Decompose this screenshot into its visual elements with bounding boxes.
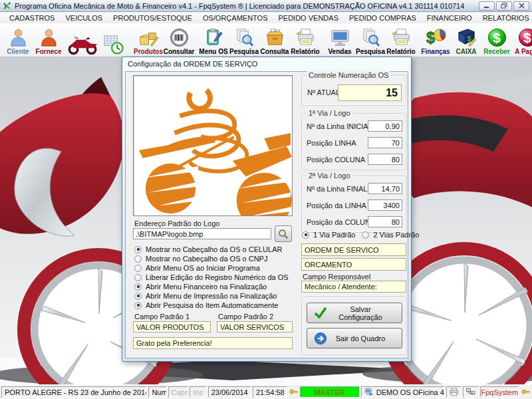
toolbar-menu-os[interactable]: Menu OS bbox=[198, 24, 229, 56]
app-window: Programa Oficina Mecânica de Moto & Fina… bbox=[0, 0, 532, 399]
printer-report-icon bbox=[391, 27, 412, 48]
responsavel-field[interactable]: Mecânico / Atendente: bbox=[301, 281, 406, 293]
radio-indicator[interactable] bbox=[134, 293, 142, 300]
toolbar-caixa-label: CAIXA bbox=[456, 48, 476, 55]
num-atual-field[interactable]: 15 bbox=[338, 84, 402, 101]
toolbar-financas[interactable]: $ Finanças bbox=[420, 24, 451, 56]
os-config-dialog: Configuração da ORDEM DE SERVIÇO bbox=[122, 57, 412, 362]
linha-inicial-input[interactable]: 0,90 bbox=[368, 120, 402, 132]
option-pesquisa-item[interactable]: Abrir Pesquisa do Item Automaticamente bbox=[134, 301, 289, 310]
products-boxes-icon bbox=[138, 27, 159, 48]
via1-row-linha-inicial: Nº da Linha INICIAL 0,90 bbox=[302, 120, 406, 132]
file-drawer-icon bbox=[265, 27, 285, 48]
status-brand: FpqSystem bbox=[480, 386, 520, 398]
toolbar-pesquisa-vendas[interactable]: Pesquisa bbox=[355, 24, 386, 56]
via1-radio-label[interactable]: 1 Via Padrão bbox=[313, 231, 355, 239]
radio-indicator[interactable] bbox=[134, 265, 142, 272]
toolbar-vendas[interactable]: Vendas bbox=[325, 24, 355, 56]
campo-padrao1-label: Campo Padrão 1 bbox=[134, 313, 190, 321]
responsavel-label: Campo Responsável bbox=[303, 273, 370, 281]
toolbar-fornecedor-label: Fornece bbox=[36, 48, 62, 55]
menu-os-orcamentos[interactable]: OS/ORÇAMENTOS bbox=[198, 13, 273, 23]
option-menu-financeiro[interactable]: Abrir Menu Financeiro na Finalização bbox=[134, 282, 289, 291]
menu-relatorios[interactable]: RELATÓRIOS bbox=[477, 13, 532, 23]
close-button[interactable] bbox=[513, 1, 529, 11]
via2-radio-label[interactable]: 2 Vias Padrão bbox=[373, 231, 419, 239]
toolbar-relatorio-os-label: Relatório bbox=[291, 48, 319, 55]
radio-indicator[interactable] bbox=[134, 302, 142, 309]
menu-veiculos[interactable]: VEICULOS bbox=[60, 13, 108, 23]
toolbar-pesquisa-os[interactable]: Pesquisa bbox=[229, 24, 259, 56]
supplier-icon bbox=[39, 27, 59, 48]
finance-pie-icon: $ bbox=[426, 27, 446, 48]
svg-text:$: $ bbox=[523, 31, 531, 45]
status-printer-panel[interactable] bbox=[446, 386, 462, 398]
posicao-coluna2-input[interactable]: 80 bbox=[368, 216, 402, 227]
posicao-linha-input[interactable]: 70 bbox=[368, 137, 402, 148]
field-label: Nº da Linha FINAL bbox=[307, 185, 367, 193]
toolbar-consultar[interactable]: Consultar bbox=[164, 24, 194, 56]
toolbar-veiculos[interactable] bbox=[68, 24, 98, 56]
logo-path-input[interactable] bbox=[133, 228, 271, 239]
option-label: Mostrar no Cabeçalho da OS o CELULAR bbox=[146, 245, 282, 253]
toolbar-a-pagar[interactable]: $ A Pagar bbox=[512, 24, 532, 56]
toolbar-caixa[interactable]: $ CAIXA bbox=[451, 24, 481, 56]
radio-indicator[interactable] bbox=[134, 246, 142, 253]
toolbar-receber[interactable]: $ Receber bbox=[481, 24, 512, 56]
menu-pedido-vendas[interactable]: PEDIDO VENDAS bbox=[273, 13, 344, 23]
status-date: 23/06/2014 bbox=[208, 386, 251, 398]
footer-message-field[interactable]: Grato pela Preferencia! bbox=[133, 337, 293, 349]
toolbar-cliente[interactable]: Cliente bbox=[3, 24, 33, 56]
option-abrir-menu-os[interactable]: Abrir Menu OS ao Iniciar Programa bbox=[134, 263, 289, 273]
toolbar-pesquisa-os-label: Pesquisa bbox=[229, 48, 259, 55]
toolbar-agenda[interactable] bbox=[98, 24, 129, 56]
pay-money-icon: $ bbox=[517, 27, 532, 48]
toolbar-relatorio-os[interactable]: Relatório bbox=[290, 24, 321, 56]
dialog-titlebar: Configuração da ORDEM DE SERVIÇO bbox=[122, 57, 411, 70]
menu-cadastros[interactable]: CADASTROS bbox=[4, 13, 60, 23]
status-app-name: DEMO OS OFicina 4.1 bbox=[361, 386, 445, 398]
menu-financeiro[interactable]: FINANCEIRO bbox=[422, 13, 477, 23]
option-cnpj[interactable]: Mostrar no Cabeçalho da OS o CNPJ bbox=[134, 254, 289, 263]
toolbar-relatorio-vendas[interactable]: Relatório bbox=[386, 24, 416, 56]
client-icon bbox=[8, 27, 29, 48]
browse-logo-button[interactable] bbox=[275, 225, 292, 242]
option-celular[interactable]: Mostrar no Cabeçalho da OS o CELULAR bbox=[134, 245, 289, 254]
linha-final-input[interactable]: 14,70 bbox=[368, 183, 402, 194]
minimize-button[interactable] bbox=[479, 1, 495, 11]
menu-produtos-estoque[interactable]: PRODUTOS/ESTOQUE bbox=[108, 13, 198, 23]
doc-title-orcamento-field[interactable]: ORCAMENTO bbox=[301, 258, 406, 271]
doc-title-os-field[interactable]: ORDEM DE SERVICO bbox=[301, 243, 406, 256]
campo-padrao2-field[interactable]: VALOR SERVICOS bbox=[217, 321, 293, 332]
save-config-button[interactable]: Salvar Configuração bbox=[307, 303, 402, 323]
via1-row-posicao-coluna: Posição COLUNA 80 bbox=[302, 154, 406, 166]
toolbar-produtos-label: Produtos bbox=[134, 48, 163, 55]
numeracao-group: Controle Numeração OS Nº ATUAL 15 bbox=[301, 75, 406, 106]
menu-pedido-compras[interactable]: PEDIDO COMPRAS bbox=[344, 13, 422, 23]
toolbar-consulta-os[interactable]: Consulta bbox=[259, 24, 290, 56]
logo-motorcycle-art bbox=[134, 76, 292, 215]
cashbook-icon: $ bbox=[456, 27, 477, 48]
exit-dialog-button[interactable]: Sair do Quadro bbox=[307, 328, 402, 348]
option-liberar-edicao[interactable]: Liberar Edição do Registro Numérico da O… bbox=[134, 273, 289, 282]
status-location: PORTO ALEGRE - RS 23 de Junho de 2014 - … bbox=[1, 386, 147, 398]
via2-row-posicao-linha: Posição da LINHA 3400 bbox=[302, 200, 406, 211]
toolbar-cliente-label: Cliente bbox=[7, 48, 29, 55]
dialog-right-column: Controle Numeração OS Nº ATUAL 15 1ª Via… bbox=[301, 72, 406, 359]
campo-padrao1-field[interactable]: VALOR PRODUTOS bbox=[133, 321, 211, 332]
restore-button[interactable] bbox=[496, 1, 512, 11]
via2-row-linha-final: Nº da Linha FINAL 14,70 bbox=[302, 183, 406, 195]
posicao-coluna-input[interactable]: 80 bbox=[368, 154, 402, 165]
radio-indicator[interactable] bbox=[134, 274, 142, 281]
toolbar-consulta-os-label: Consulta bbox=[261, 48, 289, 55]
status-network-panel[interactable] bbox=[463, 386, 478, 398]
toolbar-produtos[interactable]: Produtos bbox=[133, 24, 164, 56]
posicao-linha2-input[interactable]: 3400 bbox=[368, 200, 402, 211]
toolbar-fornecedor[interactable]: Fornece bbox=[33, 24, 64, 56]
motorcycle-icon bbox=[65, 35, 101, 55]
radio-indicator[interactable] bbox=[302, 231, 309, 239]
option-menu-impressao[interactable]: Abrir Menu de Impressão na Finalização bbox=[134, 291, 289, 301]
radio-indicator[interactable] bbox=[362, 231, 369, 239]
radio-indicator[interactable] bbox=[134, 283, 142, 291]
radio-indicator[interactable] bbox=[134, 255, 142, 263]
